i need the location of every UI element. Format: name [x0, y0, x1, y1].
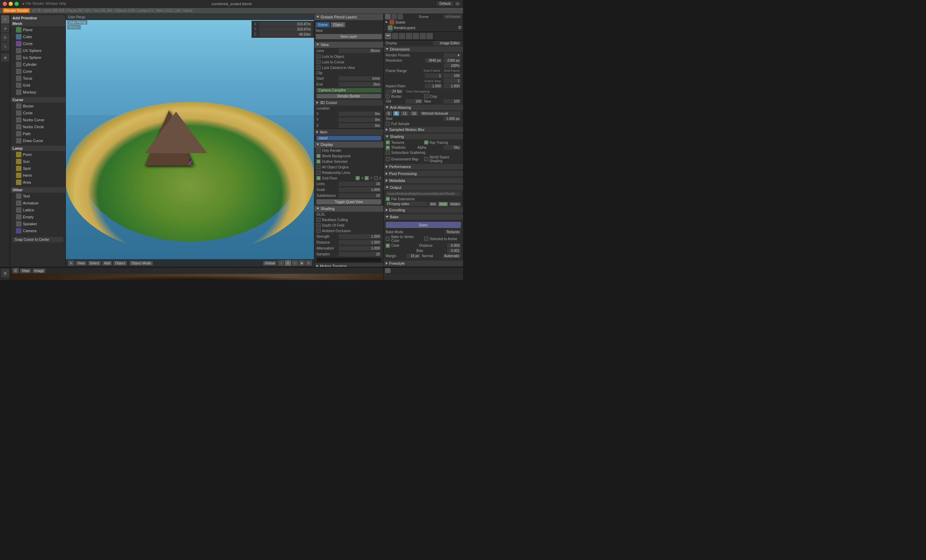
- layout-name[interactable]: Default: [437, 2, 453, 6]
- alpha-value[interactable]: Sky: [443, 145, 461, 150]
- material-icon-btn[interactable]: [420, 33, 426, 39]
- clip-end-value[interactable]: 2km: [339, 82, 381, 87]
- only-render-checkbox[interactable]: [316, 148, 321, 153]
- curve-nurbs[interactable]: Nurbs Curve: [11, 117, 65, 123]
- render-btn[interactable]: ⊙: [306, 260, 312, 266]
- tool-scale[interactable]: ⤡: [1, 42, 9, 51]
- lock-camera-checkbox[interactable]: [316, 65, 321, 70]
- subsurface-checkbox[interactable]: [386, 150, 390, 154]
- object-tab[interactable]: [398, 14, 403, 20]
- grid-y-checkbox[interactable]: [365, 176, 369, 180]
- solid-btn[interactable]: ●: [285, 260, 291, 266]
- item-header[interactable]: Item: [314, 129, 383, 135]
- gp-new-layer-btn[interactable]: New Layer: [316, 34, 382, 39]
- end-frame-value[interactable]: 100: [443, 73, 461, 78]
- rgba-tag[interactable]: RGBA: [449, 202, 461, 206]
- curve-draw[interactable]: Draw Curve: [11, 137, 65, 144]
- wireframe-btn[interactable]: □: [278, 260, 284, 266]
- mesh-plane[interactable]: Plane: [11, 26, 65, 33]
- old-value[interactable]: 100: [406, 99, 423, 104]
- lamp-area[interactable]: Area: [11, 179, 65, 186]
- outliner-renderlayers[interactable]: RenderLayers 🎬: [384, 25, 463, 30]
- render-icon[interactable]: 📷: [385, 33, 391, 39]
- mesh-circle[interactable]: Circle: [11, 40, 65, 47]
- outliner-scene[interactable]: Scene: [384, 20, 463, 25]
- modifier-icon-btn[interactable]: [413, 33, 419, 39]
- motion-blur-header[interactable]: Sampled Motion Blur: [384, 127, 463, 132]
- res-percent-value[interactable]: 100%: [443, 64, 461, 68]
- lock-object-checkbox[interactable]: [316, 54, 321, 59]
- other-lattice[interactable]: Lattice: [11, 207, 65, 213]
- global-btn[interactable]: Global: [263, 261, 277, 265]
- world-bg-checkbox[interactable]: [316, 154, 321, 158]
- snap-cursor-btn[interactable]: Snap Cursor to Center: [12, 237, 64, 242]
- curve-bezier[interactable]: Bezier: [11, 103, 65, 109]
- viewport-3d[interactable]: User Persp User Persp Meters: [66, 14, 314, 267]
- camera-selector[interactable]: Camera Campfire: [316, 88, 381, 92]
- object-mode-selector[interactable]: Object Mode: [130, 261, 153, 265]
- view-menu-btn[interactable]: View: [76, 261, 87, 265]
- scene-icon-btn[interactable]: [392, 33, 398, 39]
- res-x-value[interactable]: 3840 px: [425, 58, 442, 63]
- display-header[interactable]: Display: [314, 141, 383, 148]
- aa-16-btn[interactable]: 16: [410, 111, 418, 116]
- res-y-value[interactable]: 2160 px: [443, 58, 461, 63]
- world-icon-btn[interactable]: [399, 33, 405, 39]
- bottom-right-tab[interactable]: [385, 268, 390, 273]
- view-toggle[interactable]: ⊞: [68, 260, 74, 266]
- freestyle-header[interactable]: Freestyle: [384, 260, 463, 266]
- mesh-grid[interactable]: Grid: [11, 82, 65, 89]
- select-menu-btn[interactable]: Select: [88, 261, 101, 265]
- env-map-checkbox[interactable]: [386, 157, 390, 161]
- object-menu-btn[interactable]: Object: [113, 261, 127, 265]
- render-presets-value[interactable]: ▾: [443, 53, 461, 58]
- material-btn[interactable]: ◉: [299, 260, 305, 266]
- menu-window[interactable]: Window: [45, 2, 58, 6]
- border-checkbox[interactable]: [386, 94, 390, 98]
- relationship-lines-checkbox[interactable]: [316, 171, 321, 175]
- cursor-header[interactable]: 3D Cursor: [314, 100, 383, 106]
- outline-selected-checkbox[interactable]: [316, 159, 321, 163]
- dimensions-header[interactable]: Dimensions: [384, 47, 463, 52]
- clip-start-value[interactable]: 1mm: [339, 76, 381, 81]
- mesh-uvsphere[interactable]: UV Sphere: [11, 47, 65, 54]
- bake-header[interactable]: Bake: [384, 214, 463, 220]
- view-icon[interactable]: ⊞: [455, 2, 460, 6]
- lamp-hemi[interactable]: Hemi: [11, 172, 65, 179]
- bake-vertex-checkbox[interactable]: [386, 237, 390, 241]
- ray-tracing-checkbox[interactable]: [424, 140, 428, 144]
- post-processing-header[interactable]: Post Processing: [384, 171, 463, 176]
- all-scenes-label[interactable]: All Scenes: [444, 15, 461, 19]
- lamp-point[interactable]: Point: [11, 151, 65, 158]
- aa-size-value[interactable]: 1.000 px: [443, 117, 461, 121]
- start-frame-value[interactable]: 1: [425, 73, 442, 78]
- texture-icon-btn[interactable]: [427, 33, 433, 39]
- grid-floor-checkbox[interactable]: [316, 176, 321, 180]
- world-space-checkbox[interactable]: [424, 157, 428, 161]
- gp-object-btn[interactable]: Object: [331, 22, 345, 27]
- clear-checkbox[interactable]: [386, 244, 390, 248]
- aspect-y-value[interactable]: 1.000: [443, 84, 461, 88]
- bake-btn[interactable]: Bake: [386, 222, 461, 228]
- engine-selector[interactable]: Blender Render: [3, 8, 30, 13]
- full-sample-checkbox[interactable]: [386, 122, 390, 126]
- lock-cursor-checkbox[interactable]: [316, 60, 321, 64]
- other-armature[interactable]: Armature: [11, 200, 65, 207]
- lamp-sun[interactable]: Sun: [11, 158, 65, 165]
- curve-circle[interactable]: Circle: [11, 109, 65, 117]
- ao-strength-value[interactable]: 1.000: [339, 234, 381, 239]
- bottom-tool-1[interactable]: ⊞: [1, 269, 9, 277]
- bottom-toggle[interactable]: ⊞: [12, 268, 19, 273]
- motion-tracking-header[interactable]: Motion Tracking: [314, 263, 383, 267]
- mesh-icosphere[interactable]: Ico Sphere: [11, 54, 65, 61]
- aa-header[interactable]: Anti-Aliasing: [384, 104, 463, 110]
- encoding-header[interactable]: Encoding: [384, 207, 463, 213]
- aa-filter-value[interactable]: Mitchell-Netravali: [419, 111, 461, 116]
- ao-samples-value[interactable]: 20: [339, 252, 381, 256]
- lens-value[interactable]: 35mm: [339, 48, 381, 53]
- aspect-x-value[interactable]: 1.000: [425, 84, 442, 88]
- lines-value[interactable]: 16: [339, 182, 381, 186]
- scene-tab[interactable]: [385, 14, 390, 20]
- mesh-torus[interactable]: Torus: [11, 75, 65, 82]
- margin-value[interactable]: 16 px: [407, 254, 421, 258]
